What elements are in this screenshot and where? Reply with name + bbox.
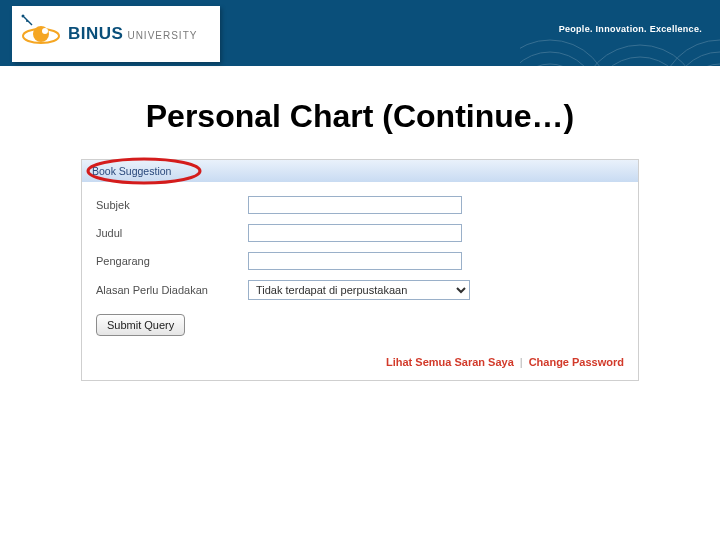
footer-separator: | (520, 356, 523, 368)
label-subject: Subjek (96, 199, 248, 211)
svg-point-13 (33, 26, 49, 42)
submit-button[interactable]: Submit Query (96, 314, 185, 336)
select-reason[interactable]: Tidak terdapat di perpustakaan (248, 280, 470, 300)
svg-point-14 (42, 28, 48, 34)
panel-title: Book Suggestion (92, 165, 171, 177)
label-reason: Alasan Perlu Diadakan (96, 284, 248, 296)
form-body: Subjek Judul Pengarang Alasan Perlu Diad… (82, 182, 638, 346)
svg-point-10 (684, 64, 720, 66)
link-change-password[interactable]: Change Password (529, 356, 624, 368)
banner-tagline: People. Innovation. Excellence. (559, 24, 702, 34)
row-reason: Alasan Perlu Diadakan Tidak terdapat di … (96, 280, 624, 300)
brand-logo-plate: BINUS UNIVERSITY (12, 6, 220, 62)
banner-divider (0, 66, 720, 72)
row-title: Judul (96, 224, 624, 242)
row-author: Pengarang (96, 252, 624, 270)
input-author[interactable] (248, 252, 462, 270)
svg-point-1 (520, 52, 598, 66)
label-title: Judul (96, 227, 248, 239)
brand-logo-text: BINUS UNIVERSITY (68, 24, 197, 44)
input-subject[interactable] (248, 196, 462, 214)
row-subject: Subjek (96, 196, 624, 214)
svg-point-17 (26, 20, 28, 22)
panel-footer: Lihat Semua Saran Saya | Change Password (82, 346, 638, 380)
brand-name-light: UNIVERSITY (127, 30, 197, 41)
svg-point-0 (520, 40, 610, 66)
book-suggestion-panel: Book Suggestion Subjek Judul Pengarang A… (81, 159, 639, 381)
panel-header: Book Suggestion (82, 160, 638, 182)
label-author: Pengarang (96, 255, 248, 267)
brand-name-bold: BINUS (68, 24, 123, 44)
brand-logo-icon (12, 6, 70, 62)
svg-point-2 (520, 64, 586, 66)
page-title: Personal Chart (Continue…) (0, 98, 720, 135)
link-my-suggestions[interactable]: Lihat Semua Saran Saya (386, 356, 514, 368)
svg-point-4 (580, 45, 700, 66)
svg-point-16 (22, 15, 25, 18)
input-title[interactable] (248, 224, 462, 242)
